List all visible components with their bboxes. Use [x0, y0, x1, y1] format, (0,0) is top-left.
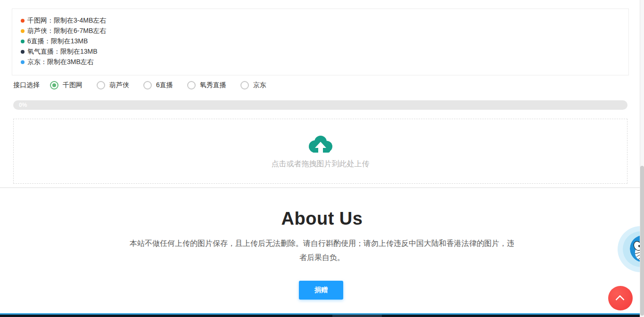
list-item: 京东：限制在3MB左右 [21, 57, 620, 67]
upload-progress-bar: 0% [13, 100, 627, 110]
radio-label: 千图网 [63, 81, 83, 89]
back-to-top-button[interactable] [608, 286, 633, 310]
limit-text: 千图网：限制在3-4MB左右 [27, 16, 106, 25]
list-item: 6直播：限制在13MB [21, 36, 620, 47]
limit-text: 京东：限制在3MB左右 [27, 58, 94, 66]
list-item: 氧气直播：限制在13MB [21, 47, 620, 57]
bullet-dot-icon [21, 29, 25, 33]
limit-text: 葫芦侠：限制在6-7MB左右 [27, 27, 106, 35]
upload-hint-text: 点击或者拖拽图片到此处上传 [272, 159, 370, 169]
radio-label: 京东 [253, 81, 266, 89]
radio-icon [50, 81, 58, 89]
radio-qiantuwang[interactable]: 千图网 [50, 81, 83, 89]
radio-6zhibo[interactable]: 6直播 [143, 81, 173, 89]
about-title: About Us [0, 209, 644, 229]
radio-icon [143, 81, 152, 89]
radio-icon [187, 81, 196, 89]
api-selector: 接口选择 千图网 葫芦侠 6直播 氧秀直播 京东 [13, 80, 281, 91]
list-item: 葫芦侠：限制在6-7MB左右 [21, 26, 620, 36]
upload-limits-panel: 千图网：限制在3-4MB左右 葫芦侠：限制在6-7MB左右 6直播：限制在13M… [12, 8, 629, 75]
bullet-dot-icon [21, 60, 25, 64]
api-selector-label: 接口选择 [13, 81, 40, 89]
upload-dropzone[interactable]: 点击或者拖拽图片到此处上传 [13, 119, 627, 184]
radio-label: 6直播 [156, 81, 173, 89]
radio-jingdong[interactable]: 京东 [240, 81, 266, 89]
bullet-dot-icon [21, 50, 25, 54]
upload-limits-list: 千图网：限制在3-4MB左右 葫芦侠：限制在6-7MB左右 6直播：限制在13M… [21, 16, 620, 67]
bullet-dot-icon [21, 40, 25, 43]
chevron-up-icon [615, 295, 625, 304]
footer-bar [0, 315, 644, 317]
radio-icon [240, 81, 249, 89]
list-item: 千图网：限制在3-4MB左右 [21, 16, 620, 26]
radio-yangxiuzhibo[interactable]: 氧秀直播 [187, 81, 226, 89]
radio-huluxia[interactable]: 葫芦侠 [97, 81, 129, 89]
progress-percent-label: 0% [19, 100, 27, 110]
radio-label: 氧秀直播 [200, 81, 226, 89]
footer-bar-segment [332, 315, 382, 317]
cloud-upload-icon [305, 134, 336, 155]
limit-text: 6直播：限制在13MB [27, 37, 88, 46]
about-body-text: 本站不做任何上传的图片保存，且上传后无法删除。请自行斟酌使用；请勿上传违反中国大… [129, 236, 515, 265]
scrollbar-thumb[interactable] [640, 166, 644, 316]
donate-button[interactable]: 捐赠 [299, 281, 343, 300]
section-divider [0, 187, 644, 188]
radio-icon [97, 81, 105, 89]
radio-label: 葫芦侠 [109, 81, 129, 89]
limit-text: 氧气直播：限制在13MB [27, 48, 98, 56]
bullet-dot-icon [21, 19, 25, 23]
page: 千图网：限制在3-4MB左右 葫芦侠：限制在6-7MB左右 6直播：限制在13M… [0, 0, 644, 317]
